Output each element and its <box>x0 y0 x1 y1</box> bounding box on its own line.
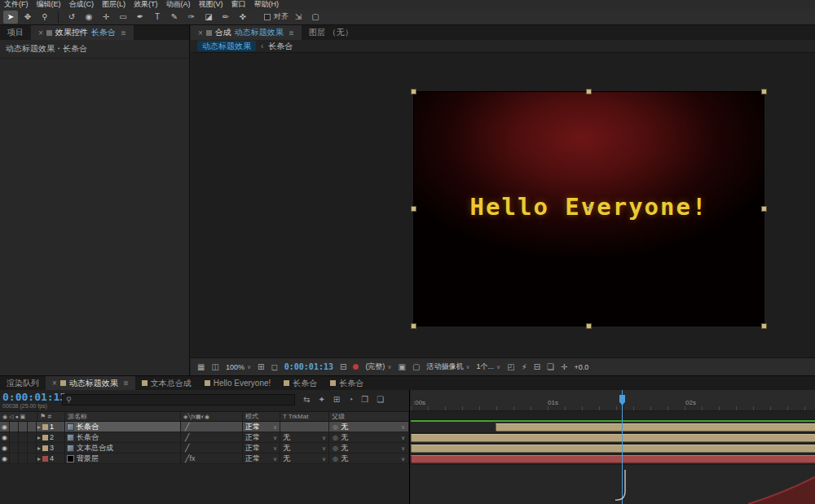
selection-handle[interactable] <box>411 323 416 329</box>
graph-editor-icon[interactable]: ❏ <box>377 395 384 404</box>
track-row[interactable] <box>411 454 815 465</box>
shape-tool-icon[interactable]: ▭ <box>116 11 130 24</box>
selection-handle[interactable] <box>761 323 767 329</box>
close-icon[interactable]: × <box>52 379 57 388</box>
viewer-timecode[interactable]: 0:00:01:13 <box>284 362 333 371</box>
snapping-icon[interactable]: ▢ <box>308 11 323 24</box>
source-name-header[interactable]: 源名称 <box>65 412 181 421</box>
twirl-icon[interactable]: ▸ <box>37 423 41 432</box>
show-channel-icon[interactable] <box>353 364 359 370</box>
camera-dropdown[interactable]: 活动摄像机∨ <box>426 362 469 372</box>
solo-toggle[interactable] <box>19 422 28 432</box>
solo-toggle[interactable] <box>19 432 28 442</box>
label-color-chip[interactable] <box>42 435 48 440</box>
pickwhip-icon[interactable]: ◎ <box>333 433 338 442</box>
reset-exposure-icon[interactable]: ✛ <box>561 362 567 371</box>
type-tool-icon[interactable]: T <box>150 11 165 24</box>
audio-toggle[interactable] <box>10 432 19 442</box>
draft-3d-icon[interactable]: ✦ <box>318 395 324 404</box>
pickwhip-icon[interactable]: ◎ <box>333 454 338 463</box>
track-row[interactable] <box>411 444 815 454</box>
pan-behind-tool-icon[interactable]: ✛ <box>99 11 113 24</box>
track-row[interactable] <box>411 433 815 444</box>
search-field[interactable]: ⚲ <box>62 394 295 405</box>
selection-handle[interactable] <box>761 89 767 94</box>
layer-switches[interactable]: ╱ <box>181 432 243 442</box>
align-checkbox[interactable] <box>264 14 271 20</box>
time-ruler[interactable]: :00s 01s 02s <box>411 390 815 411</box>
snapshot-icon[interactable]: ⊟ <box>340 362 346 371</box>
label-color-chip[interactable] <box>42 445 48 451</box>
visibility-eye-icon[interactable]: ◉ <box>0 422 10 432</box>
layer-name-cell[interactable]: 文本总合成 <box>65 443 181 453</box>
layer-duration-bar[interactable] <box>411 445 815 453</box>
frame-blend-icon[interactable]: ◔ <box>348 395 353 404</box>
layer-switches[interactable]: ╱fx <box>181 454 243 463</box>
camera-tool-icon[interactable]: ◉ <box>82 11 96 24</box>
magnification-dropdown[interactable]: 100%∨ <box>226 363 251 371</box>
roto-brush-tool-icon[interactable]: ✏ <box>218 11 233 24</box>
visibility-eye-icon[interactable]: ◉ <box>0 454 10 463</box>
visibility-eye-icon[interactable]: ◉ <box>0 443 10 453</box>
motion-blur-icon[interactable]: ❒ <box>361 395 368 404</box>
tab-effect-controls[interactable]: × 效果控件 长条合 ≡ <box>31 25 134 40</box>
twirl-icon[interactable]: ▸ <box>37 444 41 453</box>
pickwhip-icon[interactable]: ◎ <box>333 423 338 432</box>
pickwhip-icon[interactable]: ◎ <box>333 444 338 453</box>
tab-comp-active[interactable]: × 动态标题效果 ≡ <box>46 376 135 390</box>
always-preview-icon[interactable]: ▦ <box>197 362 205 371</box>
label-color-chip[interactable] <box>42 456 48 462</box>
layer-duration-bar[interactable] <box>411 455 815 463</box>
blend-mode-dropdown[interactable]: 正常∨ <box>243 422 280 432</box>
mask-visibility-icon[interactable]: ◻ <box>271 362 277 371</box>
clone-stamp-tool-icon[interactable]: ✑ <box>184 11 199 24</box>
shrink-boundaries-icon[interactable]: ⇲ <box>291 11 306 24</box>
breadcrumb-comp[interactable]: 动态标题效果 <box>197 41 256 51</box>
layer-row[interactable]: ◉ ▸ 3 文本总合成 ╱ 正常∨ <box>0 443 409 454</box>
tab-composition[interactable]: × 合成 动态标题效果 ≡ <box>191 25 302 40</box>
layer-duration-bar[interactable] <box>411 434 815 442</box>
close-icon[interactable]: × <box>38 28 43 37</box>
rotation-tool-icon[interactable]: ↺ <box>64 11 79 24</box>
selection-tool-icon[interactable]: ➤ <box>3 11 18 24</box>
puppet-pin-tool-icon[interactable]: ✜ <box>236 11 250 24</box>
blend-mode-dropdown[interactable]: 正常∨ <box>243 443 280 453</box>
selection-handle[interactable] <box>411 89 416 94</box>
solo-toggle[interactable] <box>19 443 28 453</box>
zoom-tool-icon[interactable]: ⚲ <box>37 11 52 24</box>
tab-render-queue[interactable]: 渲染队列 <box>0 376 46 390</box>
comp-flowchart-icon[interactable]: ❏ <box>547 362 554 371</box>
layer-switches[interactable]: ╱ <box>181 422 243 432</box>
layer-row[interactable]: ◉ ▸ 4 背景层 ╱fx 正常∨ <box>0 454 409 464</box>
region-of-interest-icon[interactable]: ▣ <box>399 362 406 371</box>
layer-name-cell[interactable]: 长条合 <box>65 422 181 432</box>
tab-comp-text-main[interactable]: 文本总合成 <box>135 376 198 390</box>
transparency-grid-icon[interactable]: ▢ <box>412 362 420 371</box>
blend-mode-dropdown[interactable]: 正常∨ <box>243 454 280 463</box>
track-row[interactable] <box>411 423 815 433</box>
visibility-eye-icon[interactable]: ◉ <box>0 432 10 442</box>
parent-dropdown[interactable]: ◎ 无 ∨ <box>329 432 409 442</box>
pixel-aspect-icon[interactable]: ◰ <box>507 362 514 371</box>
tab-layer-viewer[interactable]: 图层 （无） <box>302 25 360 40</box>
audio-toggle[interactable] <box>10 454 19 463</box>
trkmat-dropdown[interactable]: 无∨ <box>280 432 329 442</box>
layer-switches[interactable]: ╱ <box>181 443 243 453</box>
lock-toggle[interactable] <box>28 454 37 463</box>
composition-frame[interactable]: Hello Everyone! ✛ <box>414 92 764 326</box>
timeline-button-icon[interactable]: ⊟ <box>534 362 540 371</box>
timeline-track-area[interactable]: :00s 01s 02s <box>411 390 815 504</box>
exposure-value[interactable]: +0.0 <box>574 363 588 371</box>
layer-name-cell[interactable]: 长条合 <box>65 432 181 442</box>
panel-menu-icon[interactable]: ≡ <box>289 28 294 37</box>
hand-tool-icon[interactable]: ✥ <box>20 11 35 24</box>
breadcrumb-layer[interactable]: 长条合 <box>268 41 293 52</box>
panel-menu-icon[interactable]: ≡ <box>121 28 126 37</box>
layer-row[interactable]: ◉ ▸ 1 长条合 ╱ 正常∨ <box>0 422 409 432</box>
lock-toggle[interactable] <box>28 422 37 432</box>
solo-toggle[interactable] <box>19 454 28 463</box>
mode-header[interactable]: 模式 <box>243 412 280 421</box>
trkmat-dropdown[interactable]: 无∨ <box>280 454 329 463</box>
parent-dropdown[interactable]: ◎ 无 ∨ <box>329 443 409 453</box>
work-area-bar[interactable] <box>411 420 815 422</box>
